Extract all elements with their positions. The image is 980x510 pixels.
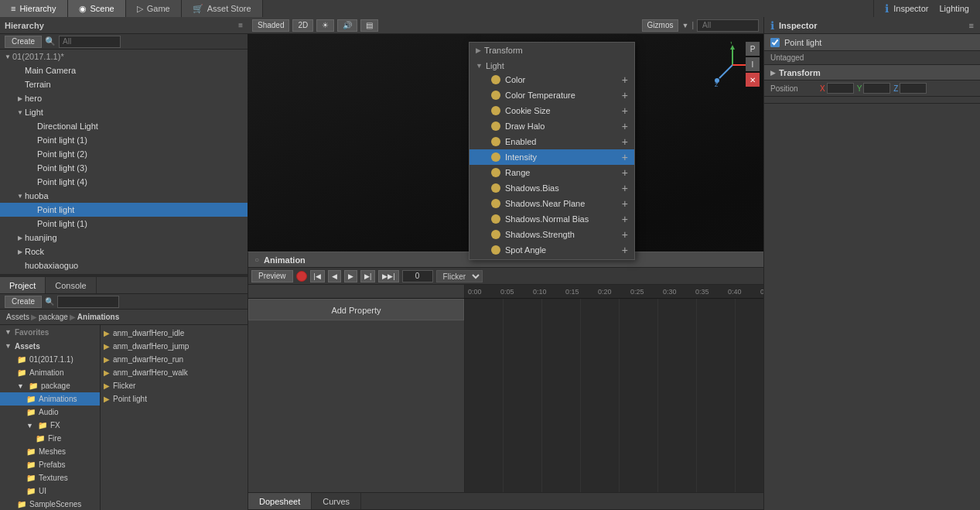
hierarchy-item-point-light-1b[interactable]: Point light (1)	[0, 217, 248, 231]
component-enabled-checkbox[interactable]	[770, 38, 780, 47]
scene-persp-btn[interactable]: P	[746, 42, 760, 56]
prop-add-icon[interactable]: +	[622, 183, 628, 193]
hierarchy-search-input[interactable]	[59, 36, 121, 48]
project-create-button[interactable]: Create	[5, 296, 42, 308]
project-search-input[interactable]	[57, 296, 119, 308]
prop-add-icon[interactable]: +	[622, 214, 628, 224]
prop-add-icon[interactable]: +	[622, 152, 628, 163]
transform-section-header[interactable]: ▶ Transform	[470, 44, 634, 56]
breadcrumb-package[interactable]: package	[39, 313, 68, 321]
pos-z-input[interactable]	[900, 83, 927, 94]
hierarchy-item-point-light-2[interactable]: Point light (2)	[0, 147, 248, 161]
prop-draw-halo[interactable]: Draw Halo +	[470, 118, 634, 134]
scene-close-btn[interactable]: ✕	[746, 73, 760, 87]
scene-gizmo[interactable]: Y X Z P I ✕	[709, 42, 756, 88]
tab-curves[interactable]: Curves	[312, 493, 361, 509]
goto-start-button[interactable]: |◀	[310, 270, 325, 282]
prop-enabled[interactable]: Enabled +	[470, 134, 634, 149]
prev-frame-button[interactable]: ◀	[328, 270, 341, 282]
gizmos-button[interactable]: Gizmos	[642, 19, 679, 32]
sun-button[interactable]: ☀	[316, 19, 334, 32]
tab-dopesheet[interactable]: Dopesheet	[248, 493, 312, 509]
gizmos-search-input[interactable]	[697, 19, 759, 32]
scene-iso-btn[interactable]: I	[746, 57, 760, 71]
assets-tree-item-fire[interactable]: 📁 Fire	[0, 432, 100, 445]
pos-x-input[interactable]	[827, 83, 854, 94]
scene-viewport[interactable]: Y X Z P I ✕ ○ Animation ✕ ⬜	[248, 34, 763, 510]
prop-add-icon[interactable]: +	[622, 167, 628, 178]
assets-tree-item-meshes[interactable]: 📁 Meshes	[0, 445, 100, 458]
clip-selector[interactable]: Flicker	[436, 270, 483, 282]
assets-tree-item-animation[interactable]: 📁 Animation	[0, 366, 100, 379]
file-item-point-light[interactable]: ▶ Point light	[101, 392, 248, 406]
prop-cookie-size[interactable]: Cookie Size +	[470, 103, 634, 118]
prop-add-icon[interactable]: +	[622, 245, 628, 255]
hierarchy-item-point-light-1[interactable]: Point light (1)	[0, 133, 248, 147]
hierarchy-item-rock[interactable]: ▶ Rock	[0, 245, 248, 258]
prop-color-temp[interactable]: Color Temperature +	[470, 87, 634, 103]
assets-tree-item-package[interactable]: ▼ 📁 package	[0, 379, 100, 392]
tab-asset-store[interactable]: 🛒 Asset Store	[182, 0, 263, 17]
frame-number-input[interactable]	[402, 270, 433, 282]
hierarchy-item-terrain[interactable]: Terrain	[0, 77, 248, 91]
hierarchy-item-main-camera[interactable]: Main Camera	[0, 63, 248, 77]
sound-button[interactable]: 🔊	[337, 19, 357, 32]
goto-end-button[interactable]: ▶▶|	[378, 270, 398, 282]
prop-range[interactable]: Range +	[470, 165, 634, 180]
hierarchy-item-root[interactable]: ▼ 01(2017.1.1)*	[0, 50, 248, 63]
prop-spot-angle[interactable]: Spot Angle +	[470, 242, 634, 258]
tab-inspector-label[interactable]: Inspector	[893, 4, 928, 13]
tab-lighting-label[interactable]: Lighting	[939, 4, 969, 13]
tab-console[interactable]: Console	[46, 277, 96, 293]
prop-add-icon[interactable]: +	[622, 90, 628, 101]
prop-add-icon[interactable]: +	[622, 229, 628, 240]
hierarchy-item-huobaxiaoguo[interactable]: huobaxiaoguo	[0, 258, 248, 272]
hierarchy-item-huoba[interactable]: ▼ huoba	[0, 189, 248, 203]
prop-shadows-near-plane[interactable]: Shadows.Near Plane +	[470, 196, 634, 211]
hierarchy-item-point-light-3[interactable]: Point light (3)	[0, 161, 248, 175]
hierarchy-panel-menu[interactable]: ≡	[238, 21, 243, 29]
assets-tree-item-01[interactable]: 📁 01(2017.1.1)	[0, 353, 100, 366]
hierarchy-item-point-light-selected[interactable]: Point light	[0, 203, 248, 217]
tab-project[interactable]: Project	[0, 277, 46, 293]
inspector-menu-btn[interactable]: ≡	[969, 21, 974, 30]
tab-hierarchy[interactable]: ≡ Hierarchy	[0, 0, 68, 17]
2d-mode-button[interactable]: 2D	[292, 19, 313, 32]
keyframe-area[interactable]	[465, 299, 763, 492]
file-item-walk[interactable]: ▶ anm_dwarfHero_walk	[101, 366, 248, 379]
transform-section-header[interactable]: ▶ Transform	[764, 65, 980, 80]
prop-add-icon[interactable]: +	[622, 121, 628, 132]
assets-tree-item-prefabs[interactable]: 📁 Prefabs	[0, 458, 100, 471]
prop-color[interactable]: Color +	[470, 72, 634, 87]
hierarchy-item-light[interactable]: ▼ Light	[0, 105, 248, 119]
assets-tree-item-animations[interactable]: 📁 Animations	[0, 392, 100, 406]
prop-shadows-bias[interactable]: Shadows.Bias +	[470, 180, 634, 196]
file-item-idle[interactable]: ▶ anm_dwarfHero_idle	[101, 327, 248, 340]
breadcrumb-assets[interactable]: Assets	[6, 313, 29, 321]
hierarchy-item-point-light-4[interactable]: Point light (4)	[0, 175, 248, 189]
prop-shadows-normal-bias[interactable]: Shadows.Normal Bias +	[470, 211, 634, 227]
image-button[interactable]: ▤	[360, 19, 378, 32]
assets-tree-item-audio[interactable]: 📁 Audio	[0, 406, 100, 419]
prop-intensity[interactable]: Intensity +	[470, 149, 634, 165]
shading-mode-button[interactable]: Shaded	[252, 19, 289, 32]
light-section-header[interactable]: ▼ Light	[470, 60, 634, 72]
tab-game[interactable]: ▷ Game	[126, 0, 182, 17]
next-frame-button[interactable]: ▶|	[360, 270, 375, 282]
preview-button[interactable]: Preview	[251, 270, 293, 282]
record-button[interactable]	[296, 271, 307, 282]
hierarchy-item-dir-light[interactable]: Directional Light	[0, 119, 248, 133]
hierarchy-create-button[interactable]: Create	[5, 36, 42, 48]
prop-add-icon[interactable]: +	[622, 198, 628, 209]
file-item-flicker[interactable]: ▶ Flicker	[101, 379, 248, 392]
prop-add-icon[interactable]: +	[622, 136, 628, 147]
pos-y-input[interactable]	[863, 83, 890, 94]
hierarchy-item-huanjing[interactable]: ▶ huanjing	[0, 231, 248, 245]
play-button[interactable]: ▶	[344, 270, 357, 282]
breadcrumb-animations[interactable]: Animations	[77, 313, 119, 321]
file-item-jump[interactable]: ▶ anm_dwarfHero_jump	[101, 340, 248, 353]
prop-shadows-strength[interactable]: Shadows.Strength +	[470, 227, 634, 242]
file-item-run[interactable]: ▶ anm_dwarfHero_run	[101, 353, 248, 366]
assets-tree-item-fx[interactable]: ▼ 📁 FX	[0, 419, 100, 432]
add-property-button[interactable]: Add Property	[248, 299, 464, 320]
